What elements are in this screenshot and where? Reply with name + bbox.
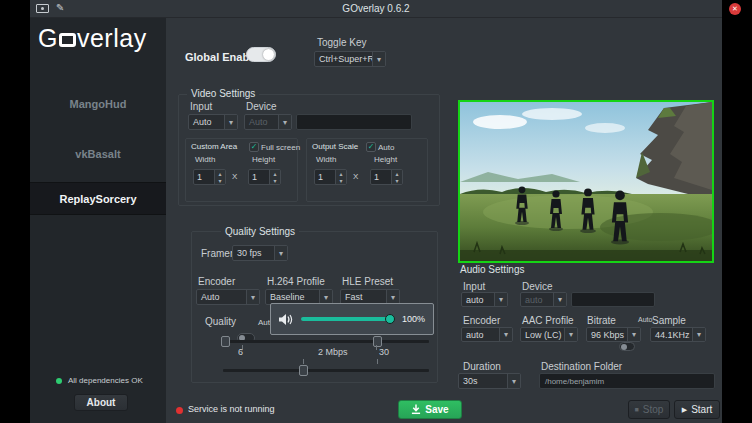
spin-up-icon[interactable]: ▴ — [336, 170, 346, 177]
audio-encoder-select[interactable]: auto ▾ — [461, 327, 513, 342]
duration-label: Duration — [463, 361, 501, 372]
quality-min-value: 6 — [238, 347, 243, 357]
quality-max-handle[interactable] — [373, 336, 382, 347]
sidebar-item-vkbasalt[interactable]: vkBasalt — [30, 140, 166, 168]
volume-slider[interactable] — [301, 317, 394, 321]
video-input-select[interactable]: Auto ▾ — [188, 114, 238, 130]
output-auto-label: Auto — [378, 143, 394, 152]
video-device-label: Device — [246, 101, 277, 112]
toggle-key-label: Toggle Key — [317, 37, 366, 48]
output-height-stepper[interactable]: 1 ▴▾ — [370, 169, 403, 185]
logo-text-prefix: G — [38, 24, 58, 53]
volume-icon — [279, 313, 293, 326]
slider-tick — [303, 359, 304, 364]
chevron-down-icon: ▾ — [224, 115, 237, 129]
spin-up-icon[interactable]: ▴ — [215, 170, 225, 177]
volume-panel: 100% — [270, 303, 434, 335]
close-button[interactable]: ✕ — [729, 3, 741, 15]
toggle-knob — [263, 49, 274, 60]
chevron-down-icon: ▾ — [372, 52, 385, 66]
audio-input-label: Input — [463, 281, 485, 292]
quality-range-groove[interactable] — [223, 340, 429, 343]
preview-image — [458, 100, 714, 263]
audio-device-field[interactable] — [571, 292, 655, 307]
sample-select[interactable]: 44.1KHz ▾ — [650, 327, 706, 342]
start-button[interactable]: ▶ Start — [674, 400, 720, 419]
about-button[interactable]: About — [74, 394, 128, 411]
spin-down-icon[interactable]: ▾ — [215, 177, 225, 184]
play-icon: ▶ — [682, 406, 687, 414]
custom-width-label: Width — [195, 155, 215, 164]
duration-select[interactable]: 30s ▾ — [458, 373, 521, 389]
framerate-select[interactable]: 30 fps ▾ — [232, 245, 288, 261]
output-width-stepper[interactable]: 1 ▴▾ — [314, 169, 347, 185]
dependencies-status: All dependencies OK — [56, 376, 143, 385]
toggle-key-select[interactable]: Ctrl+Super+R ▾ — [314, 51, 386, 67]
aac-profile-label: AAC Profile — [522, 315, 574, 326]
spin-down-icon[interactable]: ▾ — [392, 177, 402, 184]
save-button[interactable]: Save — [398, 400, 462, 419]
audio-input-select[interactable]: auto ▾ — [461, 292, 508, 307]
video-settings-title: Video Settings — [187, 88, 259, 99]
chevron-down-icon: ▾ — [319, 290, 332, 304]
chevron-down-icon: ▾ — [627, 328, 640, 341]
global-enable-toggle[interactable] — [246, 47, 276, 62]
audio-device-label: Device — [522, 281, 553, 292]
output-auto-checkbox[interactable]: ✓ — [366, 142, 376, 152]
bitrate-auto-toggle[interactable] — [619, 342, 635, 351]
destination-folder-label: Destination Folder — [541, 361, 622, 372]
custom-height-stepper[interactable]: 1 ▴▾ — [248, 169, 281, 185]
chevron-down-icon: ▾ — [692, 328, 705, 341]
sidebar-item-mangohud[interactable]: MangoHud — [30, 90, 166, 118]
volume-percent: 100% — [402, 314, 425, 324]
service-status-dot — [176, 407, 183, 414]
sidebar-item-replaysorcery[interactable]: ReplaySorcery — [30, 182, 166, 215]
custom-separator: X — [232, 172, 237, 181]
app-logo: G verlay — [38, 24, 147, 53]
spin-up-icon[interactable]: ▴ — [270, 170, 280, 177]
audio-device-select[interactable]: auto ▾ — [520, 292, 567, 307]
titlebar: ✎ GOverlay 0.6.2 — [30, 0, 722, 18]
audio-encoder-label: Encoder — [463, 315, 500, 326]
video-device-field[interactable] — [296, 114, 412, 130]
app-window: ✎ GOverlay 0.6.2 G verlay MangoHud vkBas… — [30, 0, 722, 423]
chevron-down-icon: ▾ — [246, 290, 259, 304]
slider-tick — [377, 359, 378, 364]
chevron-down-icon: ▾ — [274, 246, 287, 260]
bitrate-slider-groove[interactable] — [223, 369, 429, 372]
custom-width-stepper[interactable]: 1 ▴▾ — [193, 169, 226, 185]
chevron-down-icon: ▾ — [553, 293, 566, 306]
output-width-label: Width — [316, 155, 336, 164]
bitrate-select[interactable]: 96 Kbps ▾ — [586, 327, 641, 342]
check-icon: ✓ — [368, 143, 375, 151]
output-separator: X — [353, 172, 358, 181]
spin-up-icon[interactable]: ▴ — [392, 170, 402, 177]
volume-slider-handle[interactable] — [385, 314, 395, 324]
hle-preset-label: HLE Preset — [342, 276, 393, 287]
chevron-down-icon: ▾ — [494, 293, 507, 306]
chevron-down-icon: ▾ — [386, 290, 399, 304]
fullscreen-label: Full screen — [261, 143, 300, 152]
spin-down-icon[interactable]: ▾ — [270, 177, 280, 184]
video-input-label: Input — [190, 101, 212, 112]
destination-folder-field[interactable]: /home/benjamim — [539, 373, 715, 389]
custom-height-label: Height — [252, 155, 275, 164]
audio-settings-title: Audio Settings — [460, 264, 525, 275]
encoder-label: Encoder — [198, 276, 235, 287]
video-device-select[interactable]: Auto ▾ — [244, 114, 292, 130]
fullscreen-checkbox[interactable]: ✓ — [249, 142, 259, 152]
quality-min-handle[interactable] — [221, 336, 230, 347]
h264-profile-label: H.264 Profile — [267, 276, 325, 287]
close-icon: ✕ — [732, 5, 738, 13]
bitrate-label: Bitrate — [587, 315, 616, 326]
aac-profile-select[interactable]: Low (LC) ▾ — [520, 327, 578, 342]
service-status-text: Service is not running — [188, 404, 275, 414]
output-scale-title: Output Scale — [312, 142, 358, 151]
monitor-icon — [59, 33, 76, 47]
stop-button[interactable]: ■ Stop — [628, 400, 670, 419]
sample-label: Sample — [652, 315, 686, 326]
spin-down-icon[interactable]: ▾ — [336, 177, 346, 184]
encoder-select[interactable]: Auto ▾ — [196, 289, 260, 305]
check-icon: ✓ — [251, 143, 258, 151]
bitrate-slider-handle[interactable] — [299, 365, 308, 376]
